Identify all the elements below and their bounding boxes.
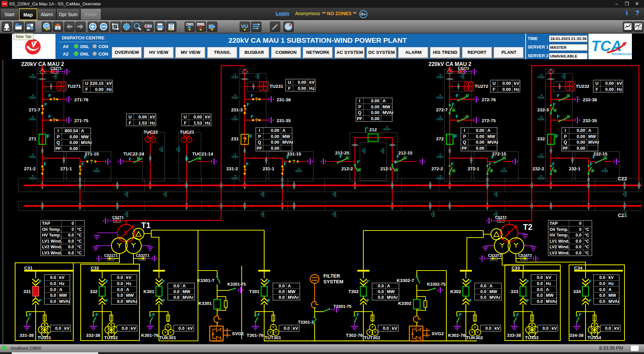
svg-text:U: U [492, 81, 495, 86]
svg-text:F: F [456, 114, 458, 119]
svg-text:kV: kV [392, 326, 397, 331]
svg-text:TUT302: TUT302 [364, 335, 380, 340]
svg-text:0.00: 0.00 [577, 146, 585, 151]
svg-text:M: M [592, 170, 594, 172]
svg-text:°C: °C [585, 227, 589, 232]
svg-text:P: P [57, 134, 60, 139]
svg-text:MW: MW [282, 134, 290, 139]
svg-text:0.00: 0.00 [138, 114, 147, 119]
svg-text:F: F [268, 298, 270, 303]
svg-text:212-15: 212-15 [398, 150, 413, 155]
svg-text:0.00: 0.00 [70, 146, 78, 151]
svg-text:K3301-7: K3301-7 [197, 278, 214, 283]
svg-text:F: F [247, 102, 249, 107]
svg-text:0.0: 0.0 [480, 295, 486, 300]
svg-text:MVAr: MVAr [282, 140, 293, 145]
svg-text:CS271: CS271 [458, 66, 469, 70]
svg-text:271: 271 [29, 136, 36, 141]
svg-text:LV2 Wind.: LV2 Wind. [42, 245, 62, 249]
svg-text:0.0: 0.0 [173, 295, 179, 300]
svg-text:0.00: 0.00 [605, 87, 614, 92]
svg-text:0.00: 0.00 [271, 140, 279, 145]
svg-text:A: A [282, 128, 286, 133]
svg-text:F: F [184, 120, 187, 126]
svg-text:1.53: 1.53 [138, 120, 147, 126]
svg-text:F: F [106, 279, 108, 284]
svg-text:F: F [469, 279, 472, 284]
svg-text:TUC21-14: TUC21-14 [192, 151, 213, 156]
svg-text:F: F [249, 133, 252, 139]
svg-text:MW: MW [183, 289, 191, 294]
svg-text:0.0: 0.0 [599, 287, 605, 292]
svg-text:3D: 3D [147, 28, 150, 31]
svg-text:LV3 Wind.: LV3 Wind. [42, 251, 62, 255]
svg-text:F: F [526, 279, 529, 284]
svg-text:0.00: 0.00 [476, 146, 484, 151]
svg-text:MW: MW [288, 289, 296, 294]
svg-text:M: M [568, 116, 569, 118]
svg-text:?: ? [281, 167, 284, 173]
svg-text:F: F [46, 133, 49, 139]
svg-text:PF: PF [257, 146, 263, 151]
svg-text:0.0: 0.0 [55, 326, 61, 331]
svg-text:HV Temp.: HV Temp. [42, 233, 61, 238]
svg-text:M: M [404, 157, 406, 159]
svg-text:0.00: 0.00 [95, 87, 104, 92]
svg-text:MW: MW [126, 293, 134, 298]
svg-text:0.00: 0.00 [502, 87, 511, 92]
svg-text:0.0: 0.0 [117, 287, 123, 292]
svg-text:°C: °C [77, 245, 82, 249]
svg-text:T1: T1 [141, 221, 151, 230]
svg-text:K3302: K3302 [398, 301, 411, 306]
svg-text:C32: C32 [91, 266, 99, 271]
svg-text:0.0: 0.0 [178, 326, 185, 331]
svg-text:232-38: 232-38 [583, 97, 597, 102]
svg-text:MVAr: MVAr [546, 299, 557, 304]
svg-text:F: F [44, 102, 47, 107]
svg-text:F: F [129, 157, 131, 162]
svg-text:0.0: 0.0 [605, 326, 611, 331]
svg-text:0.0: 0.0 [68, 251, 74, 255]
svg-text:0.00: 0.00 [371, 104, 379, 109]
svg-text:0.0: 0.0 [173, 289, 179, 294]
svg-text:SYSTEM: SYSTEM [323, 279, 344, 284]
svg-text:K302-76: K302-76 [448, 333, 466, 338]
svg-text:0.0: 0.0 [122, 326, 128, 331]
svg-text:?: ? [255, 117, 258, 123]
svg-text:A: A [59, 287, 63, 292]
svg-text:272-1: 272-1 [468, 166, 479, 171]
svg-text:334-38: 334-38 [569, 333, 584, 338]
svg-text:F: F [29, 313, 32, 317]
svg-text:MVAr: MVAr [489, 295, 500, 300]
svg-text:kV: kV [126, 275, 131, 280]
svg-text:?: ? [41, 107, 44, 112]
svg-text:T3301-7: T3301-7 [298, 320, 314, 325]
svg-text:TCA: TCA [591, 38, 621, 54]
svg-text:0.0: 0.0 [480, 283, 486, 288]
svg-text:F: F [489, 162, 491, 167]
svg-text:°C: °C [77, 227, 82, 232]
svg-text:CS2T1: CS2T1 [112, 215, 124, 219]
svg-text:K3301: K3301 [198, 301, 212, 306]
svg-text:0.0: 0.0 [117, 293, 123, 298]
svg-text:A: A [126, 287, 129, 292]
svg-text:F: F [589, 279, 592, 284]
svg-text:331: 331 [23, 289, 31, 294]
svg-text:0.0: 0.0 [173, 283, 179, 288]
svg-text:K301-76: K301-76 [141, 333, 159, 338]
svg-text:T302: T302 [348, 289, 359, 294]
svg-text:F: F [493, 87, 495, 92]
svg-text:PF: PF [563, 146, 568, 151]
svg-text:1.53: 1.53 [194, 120, 202, 126]
svg-text:?: ? [255, 96, 258, 102]
svg-text:Hz: Hz [150, 120, 155, 126]
svg-text:MVAr: MVAr [588, 140, 599, 145]
svg-text:0.0: 0.0 [576, 245, 581, 249]
svg-text:P: P [463, 134, 466, 139]
svg-text:0.00: 0.00 [605, 81, 614, 86]
svg-text:F: F [257, 313, 260, 317]
svg-text:°C: °C [585, 239, 589, 244]
svg-text:0.00: 0.00 [371, 116, 379, 121]
svg-text:F: F [246, 162, 249, 167]
svg-text:MW: MW [608, 293, 616, 298]
